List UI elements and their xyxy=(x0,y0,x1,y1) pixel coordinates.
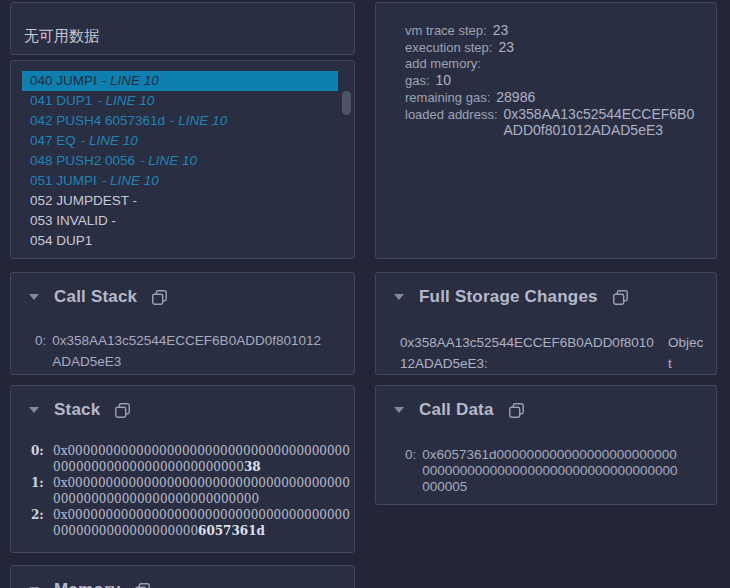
step-detail-row: add memory: xyxy=(405,56,702,72)
step-detail-value: 28986 xyxy=(496,89,535,105)
opcode-line-ref: - LINE 10 xyxy=(102,73,159,88)
opcode-line-ref: - LINE 10 xyxy=(81,133,138,148)
step-detail-row: loaded address:0x358AA13c52544ECCEF6B0AD… xyxy=(405,106,702,138)
step-detail-value: 23 xyxy=(493,22,509,38)
call-stack-item-index: 0: xyxy=(35,330,46,372)
opcode-line-ref: - LINE 10 xyxy=(140,153,197,168)
stack-item-value: 0x00000000000000000000000000000000000000… xyxy=(53,443,350,475)
full-storage-entries: 0x358AA13c52544ECCEF6B0ADD0f801012ADAD5e… xyxy=(376,332,716,374)
full-storage-changes-panel: Full Storage Changes 0x358AA13c52544ECCE… xyxy=(375,272,717,375)
step-detail-row: vm trace step:23 xyxy=(405,22,702,39)
opcode-row[interactable]: 054 DUP1 xyxy=(22,231,338,251)
call-data-panel: Call Data 0:0x6057361d000000000000000000… xyxy=(375,385,717,505)
opcode-line-ref: - LINE 10 xyxy=(102,173,159,188)
memory-header[interactable]: Memory xyxy=(11,566,354,588)
opcode-list-scrollbar-thumb[interactable] xyxy=(342,91,351,115)
call-data-item-value: 0x6057361d000000000000000000000000000000… xyxy=(422,447,683,495)
full-storage-header[interactable]: Full Storage Changes xyxy=(376,273,716,308)
call-stack-header[interactable]: Call Stack xyxy=(11,273,354,308)
memory-panel: Memory xyxy=(10,565,355,588)
copy-icon[interactable] xyxy=(612,289,629,306)
step-detail-value: 0x358AA13c52544ECCEF6B0ADD0f801012ADAD5e… xyxy=(504,106,702,138)
storage-entry-key: 0x358AA13c52544ECCEF6B0ADD0f801012ADAD5e… xyxy=(400,332,654,374)
opcode-text: 054 DUP1 xyxy=(30,233,92,248)
stack-item-value: 0x00000000000000000000000000000000000000… xyxy=(53,475,350,507)
copy-icon[interactable] xyxy=(151,289,168,306)
call-data-item: 0:0x6057361d0000000000000000000000000000… xyxy=(376,447,716,495)
call-data-item-index: 0: xyxy=(405,447,416,495)
storage-entry: 0x358AA13c52544ECCEF6B0ADD0f801012ADAD5e… xyxy=(376,332,716,374)
step-detail-row: execution step:23 xyxy=(405,39,702,56)
opcode-text: 048 PUSH2 0056 xyxy=(30,153,135,168)
opcode-text: 051 JUMPI xyxy=(30,173,97,188)
source-code-panel: 无可用数据 xyxy=(10,2,355,55)
step-detail-label: gas: xyxy=(405,73,430,89)
stack-item: 2:0x000000000000000000000000000000000000… xyxy=(31,507,350,539)
stack-item-index: 1: xyxy=(31,475,53,507)
step-detail-label: add memory: xyxy=(405,56,481,72)
no-data-message: 无可用数据 xyxy=(11,3,354,45)
call-data-title: Call Data xyxy=(419,399,494,421)
stack-item-hex: 0x00000000000000000000000000000000000000… xyxy=(53,444,350,474)
step-detail-label: loaded address: xyxy=(405,107,498,123)
opcode-text: 047 EQ xyxy=(30,133,76,148)
opcode-line-ref: - LINE 10 xyxy=(97,93,154,108)
call-stack-title: Call Stack xyxy=(54,286,137,308)
stack-items: 0:0x000000000000000000000000000000000000… xyxy=(11,443,354,539)
call-stack-item-value: 0x358AA13c52544ECCEF6B0ADD0f801012ADAD5e… xyxy=(52,330,328,372)
opcode-row[interactable]: 041 DUP1- LINE 10 xyxy=(22,91,338,111)
memory-title: Memory xyxy=(54,579,120,588)
opcode-row[interactable]: 052 JUMPDEST - xyxy=(22,191,338,211)
opcode-text: 040 JUMPI xyxy=(30,73,97,88)
copy-icon[interactable] xyxy=(114,402,131,419)
step-detail-row: remaining gas:28986 xyxy=(405,89,702,106)
opcode-row[interactable]: 048 PUSH2 0056- LINE 10 xyxy=(22,151,338,171)
opcode-text: 052 JUMPDEST - xyxy=(30,193,137,208)
storage-entry-value[interactable]: Object xyxy=(668,332,704,374)
call-data-header[interactable]: Call Data xyxy=(376,386,716,421)
stack-panel: Stack 0:0x000000000000000000000000000000… xyxy=(10,385,355,553)
opcode-text: 042 PUSH4 6057361d xyxy=(30,113,165,128)
step-detail-label: execution step: xyxy=(405,40,492,56)
stack-item-value: 0x00000000000000000000000000000000000000… xyxy=(53,507,350,539)
opcode-row[interactable]: 051 JUMPI- LINE 10 xyxy=(22,171,338,191)
chevron-down-icon[interactable] xyxy=(29,294,39,300)
stack-item: 0:0x000000000000000000000000000000000000… xyxy=(31,443,350,475)
copy-icon[interactable] xyxy=(508,402,525,419)
stack-item-hex: 0x00000000000000000000000000000000000000… xyxy=(53,476,350,506)
chevron-down-icon[interactable] xyxy=(29,407,39,413)
step-detail-panel: vm trace step:23execution step:23add mem… xyxy=(375,2,717,259)
stack-item-hex-suffix: 6057361d xyxy=(198,524,265,538)
step-detail-label: vm trace step: xyxy=(405,23,487,39)
step-detail-row: gas:10 xyxy=(405,72,702,89)
stack-item-index: 2: xyxy=(31,507,53,539)
opcode-list: 040 JUMPI- LINE 10041 DUP1- LINE 10042 P… xyxy=(11,61,354,258)
stack-item-index: 0: xyxy=(31,443,53,475)
opcode-row[interactable]: 042 PUSH4 6057361d- LINE 10 xyxy=(22,111,338,131)
opcode-row[interactable]: 053 INVALID - xyxy=(22,211,338,231)
chevron-down-icon[interactable] xyxy=(394,407,404,413)
call-stack-item: 0:0x358AA13c52544ECCEF6B0ADD0f801012ADAD… xyxy=(11,330,354,372)
chevron-down-icon[interactable] xyxy=(394,294,404,300)
opcode-text: 041 DUP1 xyxy=(30,93,92,108)
call-stack-panel: Call Stack 0:0x358AA13c52544ECCEF6B0ADD0… xyxy=(10,272,355,375)
stack-item-hex-suffix: 38 xyxy=(244,460,261,474)
step-detail-value: 23 xyxy=(498,39,514,55)
stack-header[interactable]: Stack xyxy=(11,386,354,421)
step-detail-label: remaining gas: xyxy=(405,90,490,106)
opcode-row[interactable]: 040 JUMPI- LINE 10 xyxy=(22,71,338,91)
opcode-line-ref: - LINE 10 xyxy=(170,113,227,128)
call-stack-items: 0:0x358AA13c52544ECCEF6B0ADD0f801012ADAD… xyxy=(11,330,354,372)
step-detail-value: 10 xyxy=(436,72,452,88)
step-detail-rows: vm trace step:23execution step:23add mem… xyxy=(376,3,716,138)
opcode-text: 053 INVALID - xyxy=(30,213,116,228)
stack-item: 1:0x000000000000000000000000000000000000… xyxy=(31,475,350,507)
opcode-row[interactable]: 047 EQ- LINE 10 xyxy=(22,131,338,151)
call-data-items: 0:0x6057361d0000000000000000000000000000… xyxy=(376,447,716,495)
full-storage-title: Full Storage Changes xyxy=(419,286,598,308)
copy-icon[interactable] xyxy=(134,582,151,588)
stack-title: Stack xyxy=(54,399,100,421)
opcodes-panel: 040 JUMPI- LINE 10041 DUP1- LINE 10042 P… xyxy=(10,60,355,259)
